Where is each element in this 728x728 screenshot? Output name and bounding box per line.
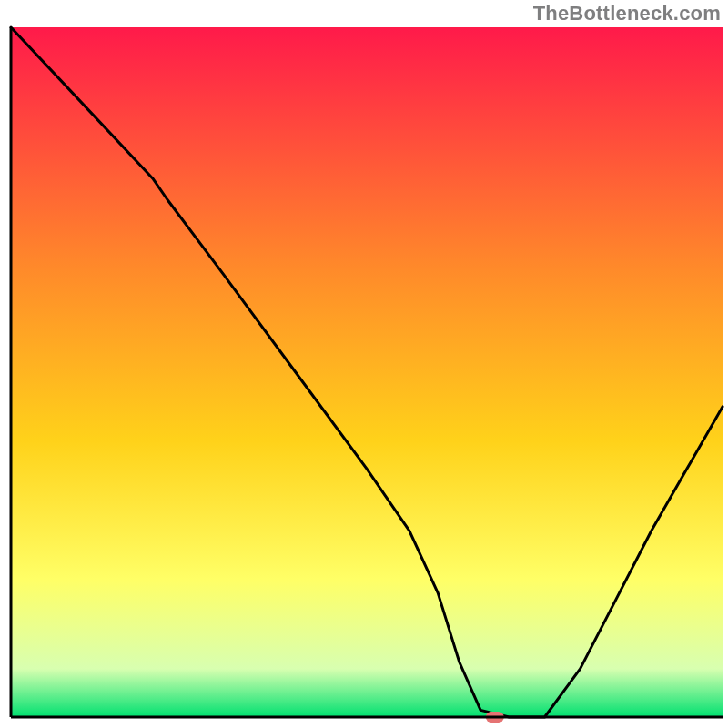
- gradient-background: [11, 27, 723, 717]
- chart-svg: [0, 0, 728, 728]
- chart-stage: TheBottleneck.com: [0, 0, 728, 728]
- plot-area: [11, 27, 723, 723]
